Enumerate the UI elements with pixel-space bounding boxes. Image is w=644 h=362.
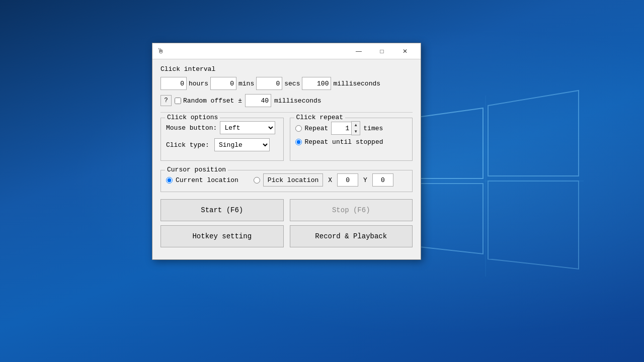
random-offset-checkbox-container: Random offset ± (175, 97, 242, 105)
window-controls: — □ ✕ (347, 43, 417, 59)
mins-label: mins (238, 80, 254, 87)
main-dialog: 🖱 — □ ✕ Click interval hours mins secs m… (152, 43, 421, 260)
pick-location-radio-row: Pick location (254, 173, 323, 187)
pick-location-radio[interactable] (254, 177, 260, 184)
start-button[interactable]: Start (F6) (160, 199, 284, 221)
current-location-radio[interactable] (166, 177, 173, 184)
times-label: times (363, 125, 383, 132)
record-playback-button[interactable]: Record & Playback (290, 225, 413, 247)
stop-button[interactable]: Stop (F6) (290, 199, 413, 221)
x-label: X (328, 176, 332, 184)
x-coord-input[interactable] (337, 173, 358, 187)
random-offset-checkbox[interactable] (175, 98, 181, 104)
repeat-radio-label: Repeat (305, 125, 329, 132)
click-repeat-title: Click repeat (294, 114, 346, 121)
current-location-label: Current location (176, 176, 238, 184)
action-buttons-row-2: Hotkey setting Record & Playback (160, 225, 413, 247)
offset-input[interactable] (245, 94, 271, 107)
ms-label: milliseconds (333, 80, 380, 87)
cursor-row: Current location Pick location X Y (166, 173, 407, 187)
close-button[interactable]: ✕ (393, 43, 417, 59)
click-type-row: Click type: Single Double (166, 138, 278, 151)
pick-location-button[interactable]: Pick location (263, 173, 323, 187)
repeat-radio-row: Repeat ▲ ▼ times (295, 121, 408, 135)
click-repeat-group: Click repeat Repeat ▲ ▼ times (290, 118, 413, 161)
secs-input[interactable] (256, 77, 282, 90)
click-type-select[interactable]: Single Double (214, 138, 270, 151)
repeat-until-radio[interactable] (295, 139, 302, 145)
mouse-button-label: Mouse button: (166, 124, 217, 132)
app-icon: 🖱 (156, 47, 165, 55)
current-location-radio-row: Current location (166, 176, 238, 184)
repeat-until-label: Repeat until stopped (305, 138, 383, 146)
options-repeat-row: Click options Mouse button: Left Right M… (160, 118, 413, 166)
click-interval-header: Click interval (160, 65, 413, 73)
y-coord-input[interactable] (372, 173, 393, 187)
interval-row: hours mins secs milliseconds (160, 77, 413, 90)
random-offset-label: Random offset ± (183, 97, 242, 105)
svg-marker-3 (488, 181, 579, 269)
title-bar: 🖱 — □ ✕ (152, 43, 421, 59)
spin-up-button[interactable]: ▲ (352, 122, 360, 128)
action-buttons-row-1: Start (F6) Stop (F6) (160, 199, 413, 221)
ms-input[interactable] (302, 77, 331, 90)
minimize-button[interactable]: — (347, 43, 370, 59)
offset-unit-label: milliseconds (274, 97, 321, 105)
click-options-title: Click options (165, 114, 220, 121)
click-type-label: Click type: (166, 141, 211, 149)
repeat-until-stopped-row: Repeat until stopped (295, 138, 408, 146)
hours-input[interactable] (160, 77, 187, 90)
repeat-times-input[interactable] (331, 122, 351, 135)
help-button[interactable]: ? (160, 95, 172, 106)
secs-label: secs (284, 80, 300, 87)
cursor-position-group: Cursor position Current location Pick lo… (160, 170, 413, 192)
spin-down-button[interactable]: ▼ (352, 128, 360, 135)
mins-input[interactable] (210, 77, 236, 90)
repeat-radio[interactable] (295, 125, 302, 132)
maximize-button[interactable]: □ (370, 43, 393, 59)
repeat-times-spinner: ▲ ▼ (331, 121, 360, 135)
cursor-position-title: Cursor position (165, 166, 228, 173)
svg-marker-1 (488, 90, 579, 176)
offset-row: ? Random offset ± milliseconds (160, 94, 413, 107)
divider-1 (160, 112, 413, 113)
click-options-group: Click options Mouse button: Left Right M… (160, 118, 284, 161)
dialog-body: Click interval hours mins secs milliseco… (152, 59, 421, 259)
mouse-button-row: Mouse button: Left Right Middle (166, 121, 278, 134)
y-label: Y (363, 176, 367, 184)
spin-buttons: ▲ ▼ (351, 121, 360, 135)
hours-label: hours (189, 80, 208, 87)
hotkey-button[interactable]: Hotkey setting (160, 225, 284, 247)
mouse-button-select[interactable]: Left Right Middle (220, 121, 275, 134)
